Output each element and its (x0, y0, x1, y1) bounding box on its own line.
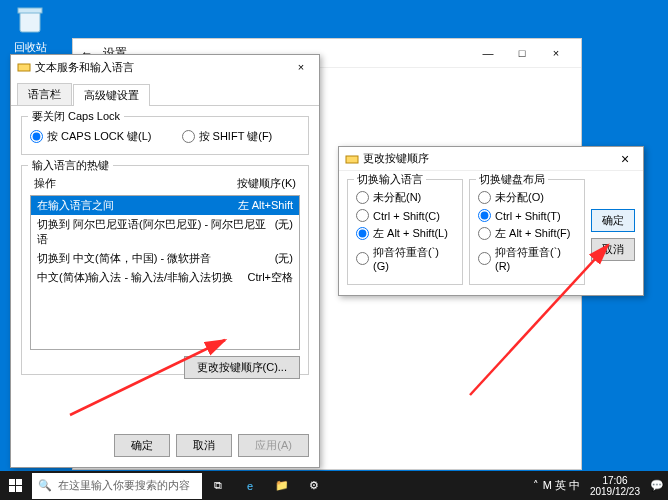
list-item: 切换到 中文(简体，中国) - 微软拼音(无) (31, 249, 299, 268)
hotkey-list[interactable]: 在输入语言之间左 Alt+Shift 切换到 阿尔巴尼亚语(阿尔巴尼亚) - 阿… (30, 195, 300, 350)
svg-rect-6 (9, 479, 15, 485)
svg-rect-1 (18, 8, 42, 13)
task-view-icon[interactable]: ⧉ (202, 471, 234, 500)
text-services-dialog: 文本服务和输入语言 × 语言栏 高级键设置 要关闭 Caps Lock 按 CA… (10, 54, 320, 468)
opt-grave-r[interactable]: 抑音符重音(`)(R) (478, 245, 576, 272)
col-action: 操作 (34, 176, 56, 191)
start-button[interactable] (0, 471, 32, 500)
dialog-title: 更改按键顺序 (363, 151, 429, 166)
cancel-button[interactable]: 取消 (591, 238, 635, 261)
recycle-bin-label: 回收站 (10, 40, 50, 55)
switch-kb-layout-title: 切换键盘布局 (476, 172, 548, 187)
taskbar: 🔍 在这里输入你要搜索的内容 ⧉ e 📁 ⚙ ˄ M 英 中 17:06 201… (0, 471, 668, 500)
opt-ctrl-shift-c[interactable]: Ctrl + Shift(C) (356, 209, 454, 222)
tray-chevron-icon[interactable]: ˄ (533, 479, 539, 492)
minimize-button[interactable]: — (471, 41, 505, 65)
capslock-group-title: 要关闭 Caps Lock (28, 109, 124, 124)
maximize-button[interactable]: □ (505, 41, 539, 65)
opt-unassigned-o[interactable]: 未分配(O) (478, 190, 576, 205)
edge-icon[interactable]: e (234, 471, 266, 500)
opt-grave-g[interactable]: 抑音符重音(`)(G) (356, 245, 454, 272)
notifications-icon[interactable]: 💬 (650, 479, 664, 492)
list-item: 中文(简体)输入法 - 输入法/非输入法切换Ctrl+空格 (31, 268, 299, 287)
clock[interactable]: 17:06 2019/12/23 (584, 475, 646, 497)
change-key-sequence-dialog: 更改按键顺序 × 切换输入语言 未分配(N) Ctrl + Shift(C) 左… (338, 146, 644, 296)
cancel-button[interactable]: 取消 (176, 434, 232, 457)
col-keys: 按键顺序(K) (237, 176, 296, 191)
dialog-title: 文本服务和输入语言 (35, 60, 134, 75)
apply-button[interactable]: 应用(A) (238, 434, 309, 457)
switch-input-lang-title: 切换输入语言 (354, 172, 426, 187)
opt-unassigned-n[interactable]: 未分配(N) (356, 190, 454, 205)
capslock-opt-capslock[interactable]: 按 CAPS LOCK 键(L) (30, 129, 152, 144)
list-item: 切换到 阿尔巴尼亚语(阿尔巴尼亚) - 阿尔巴尼亚语(无) (31, 215, 299, 249)
svg-rect-3 (346, 156, 358, 163)
list-item: 在输入语言之间左 Alt+Shift (31, 196, 299, 215)
recycle-bin[interactable]: 回收站 (10, 6, 50, 55)
tab-language-bar[interactable]: 语言栏 (17, 83, 72, 105)
opt-alt-shift-f[interactable]: 左 Alt + Shift(F) (478, 226, 576, 241)
settings-icon[interactable]: ⚙ (298, 471, 330, 500)
change-sequence-button[interactable]: 更改按键顺序(C)... (184, 356, 300, 379)
opt-alt-shift-l[interactable]: 左 Alt + Shift(L) (356, 226, 454, 241)
close-icon[interactable]: × (289, 61, 313, 73)
capslock-opt-shift[interactable]: 按 SHIFT 键(F) (182, 129, 273, 144)
hotkey-group-title: 输入语言的热键 (28, 158, 113, 173)
svg-rect-9 (16, 486, 22, 492)
search-icon: 🔍 (38, 479, 52, 492)
opt-ctrl-shift-t[interactable]: Ctrl + Shift(T) (478, 209, 576, 222)
svg-rect-2 (18, 64, 30, 71)
ok-button[interactable]: 确定 (591, 209, 635, 232)
keyboard-icon (345, 152, 359, 166)
tray-ime[interactable]: M 英 中 (543, 478, 580, 493)
search-input[interactable]: 🔍 在这里输入你要搜索的内容 (32, 473, 202, 499)
ok-button[interactable]: 确定 (114, 434, 170, 457)
close-button[interactable]: × (539, 41, 573, 65)
tab-advanced-keys[interactable]: 高级键设置 (73, 84, 150, 106)
close-icon[interactable]: × (613, 151, 637, 167)
explorer-icon[interactable]: 📁 (266, 471, 298, 500)
svg-rect-7 (16, 479, 22, 485)
svg-rect-8 (9, 486, 15, 492)
keyboard-icon (17, 60, 31, 74)
